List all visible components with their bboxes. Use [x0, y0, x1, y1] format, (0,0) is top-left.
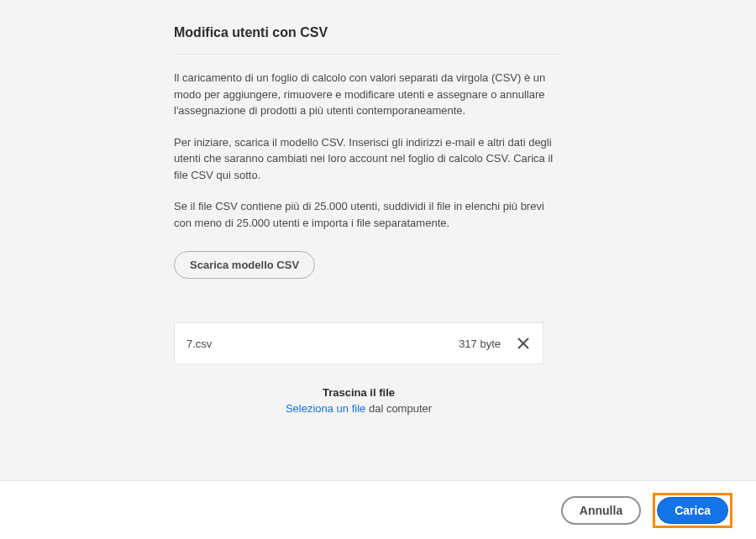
close-icon [517, 338, 529, 349]
remove-file-button[interactable] [516, 336, 531, 351]
upload-button-highlight: Carica [653, 493, 732, 528]
uploaded-file-name: 7.csv [186, 338, 459, 350]
intro-paragraph-2: Per iniziare, scarica il modello CSV. In… [174, 134, 560, 184]
uploaded-file-size: 317 byte [459, 338, 501, 350]
uploaded-file-row: 7.csv 317 byte [174, 322, 543, 364]
cancel-button[interactable]: Annulla [561, 496, 641, 525]
drop-suffix: dal computer [365, 402, 432, 415]
dialog-footer: Annulla Carica [0, 480, 756, 539]
intro-paragraph-3: Se il file CSV contiene più di 25.000 ut… [174, 198, 560, 231]
drop-subtitle: Seleziona un file dal computer [174, 402, 543, 415]
upload-button[interactable]: Carica [657, 497, 728, 524]
dialog-title: Modifica utenti con CSV [174, 25, 560, 54]
csv-edit-dialog: Modifica utenti con CSV Il caricamento d… [174, 25, 560, 415]
intro-paragraph-1: Il caricamento di un foglio di calcolo c… [174, 70, 560, 119]
drop-title: Trascina il file [174, 386, 543, 399]
drop-area[interactable]: Trascina il file Seleziona un file dal c… [174, 386, 543, 415]
divider [174, 54, 560, 55]
download-csv-template-button[interactable]: Scarica modello CSV [174, 251, 315, 279]
select-file-link[interactable]: Seleziona un file [286, 402, 365, 415]
